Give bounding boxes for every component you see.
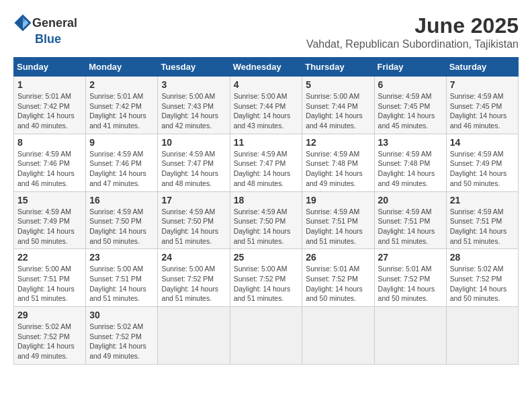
day-detail: Sunrise: 4:59 AMSunset: 7:50 PMDaylight:…: [89, 207, 154, 246]
day-detail: Sunrise: 5:00 AMSunset: 7:52 PMDaylight:…: [234, 264, 299, 304]
calendar-cell: 12Sunrise: 4:59 AMSunset: 7:48 PMDayligh…: [302, 134, 374, 191]
calendar-cell: [158, 307, 230, 365]
day-number: 1: [17, 79, 82, 90]
calendar-cell: 15Sunrise: 4:59 AMSunset: 7:49 PMDayligh…: [14, 191, 86, 249]
day-detail: Sunrise: 4:59 AMSunset: 7:49 PMDaylight:…: [450, 149, 515, 189]
calendar-cell: 5Sunrise: 5:00 AMSunset: 7:44 PMDaylight…: [302, 77, 374, 134]
day-detail: Sunrise: 5:00 AMSunset: 7:52 PMDaylight:…: [161, 264, 226, 304]
day-detail: Sunrise: 4:59 AMSunset: 7:48 PMDaylight:…: [378, 149, 443, 189]
day-number: 24: [161, 252, 226, 263]
day-detail: Sunrise: 5:00 AMSunset: 7:44 PMDaylight:…: [234, 91, 299, 131]
calendar-cell: [374, 307, 446, 365]
calendar-table: SundayMondayTuesdayWednesdayThursdayFrid…: [13, 57, 519, 365]
day-detail: Sunrise: 4:59 AMSunset: 7:51 PMDaylight:…: [306, 207, 370, 246]
day-detail: Sunrise: 4:59 AMSunset: 7:51 PMDaylight:…: [450, 207, 515, 246]
day-number: 17: [161, 195, 226, 205]
column-header-saturday: Saturday: [446, 58, 518, 77]
calendar-week-row: 15Sunrise: 4:59 AMSunset: 7:49 PMDayligh…: [14, 191, 519, 249]
day-number: 12: [306, 137, 370, 148]
calendar-cell: 20Sunrise: 4:59 AMSunset: 7:51 PMDayligh…: [374, 191, 446, 249]
day-detail: Sunrise: 4:59 AMSunset: 7:50 PMDaylight:…: [234, 207, 299, 246]
calendar-cell: 10Sunrise: 4:59 AMSunset: 7:47 PMDayligh…: [158, 134, 230, 191]
day-number: 7: [450, 79, 515, 90]
day-number: 2: [89, 79, 154, 90]
calendar-cell: 25Sunrise: 5:00 AMSunset: 7:52 PMDayligh…: [230, 249, 302, 307]
calendar-cell: 21Sunrise: 4:59 AMSunset: 7:51 PMDayligh…: [446, 191, 518, 249]
calendar-cell: 7Sunrise: 4:59 AMSunset: 7:45 PMDaylight…: [446, 77, 518, 134]
day-detail: Sunrise: 4:59 AMSunset: 7:45 PMDaylight:…: [378, 91, 443, 131]
calendar-cell: 22Sunrise: 5:00 AMSunset: 7:51 PMDayligh…: [14, 249, 86, 307]
calendar-cell: 24Sunrise: 5:00 AMSunset: 7:52 PMDayligh…: [158, 249, 230, 307]
day-number: 20: [378, 195, 443, 205]
calendar-week-row: 22Sunrise: 5:00 AMSunset: 7:51 PMDayligh…: [14, 249, 519, 307]
calendar-cell: [446, 307, 518, 365]
day-detail: Sunrise: 4:59 AMSunset: 7:50 PMDaylight:…: [161, 207, 226, 246]
calendar-cell: 14Sunrise: 4:59 AMSunset: 7:49 PMDayligh…: [446, 134, 518, 191]
calendar-cell: 3Sunrise: 5:00 AMSunset: 7:43 PMDaylight…: [158, 77, 230, 134]
day-detail: Sunrise: 4:59 AMSunset: 7:45 PMDaylight:…: [450, 91, 515, 131]
column-header-friday: Friday: [374, 58, 446, 77]
day-number: 30: [89, 310, 154, 320]
day-detail: Sunrise: 5:01 AMSunset: 7:42 PMDaylight:…: [89, 91, 154, 131]
logo-general-text: General: [32, 16, 77, 30]
calendar-cell: 18Sunrise: 4:59 AMSunset: 7:50 PMDayligh…: [230, 191, 302, 249]
logo-blue-text: Blue: [35, 32, 61, 46]
day-number: 28: [450, 252, 515, 263]
calendar-cell: 17Sunrise: 4:59 AMSunset: 7:50 PMDayligh…: [158, 191, 230, 249]
day-detail: Sunrise: 5:01 AMSunset: 7:52 PMDaylight:…: [306, 264, 370, 304]
column-header-wednesday: Wednesday: [230, 58, 302, 77]
calendar-cell: 29Sunrise: 5:02 AMSunset: 7:52 PMDayligh…: [14, 307, 86, 365]
day-number: 11: [234, 137, 299, 148]
day-detail: Sunrise: 5:00 AMSunset: 7:43 PMDaylight:…: [161, 91, 226, 131]
calendar-cell: 2Sunrise: 5:01 AMSunset: 7:42 PMDaylight…: [86, 77, 158, 134]
day-number: 13: [378, 137, 443, 148]
calendar-cell: 30Sunrise: 5:02 AMSunset: 7:52 PMDayligh…: [86, 307, 158, 365]
day-detail: Sunrise: 4:59 AMSunset: 7:51 PMDaylight:…: [378, 207, 443, 246]
calendar-cell: 28Sunrise: 5:02 AMSunset: 7:52 PMDayligh…: [446, 249, 518, 307]
calendar-cell: 26Sunrise: 5:01 AMSunset: 7:52 PMDayligh…: [302, 249, 374, 307]
day-number: 16: [89, 195, 154, 205]
day-detail: Sunrise: 5:02 AMSunset: 7:52 PMDaylight:…: [17, 322, 82, 361]
day-detail: Sunrise: 5:00 AMSunset: 7:51 PMDaylight:…: [17, 264, 82, 304]
day-number: 18: [234, 195, 299, 205]
calendar-week-row: 29Sunrise: 5:02 AMSunset: 7:52 PMDayligh…: [14, 307, 519, 365]
calendar-cell: 6Sunrise: 4:59 AMSunset: 7:45 PMDaylight…: [374, 77, 446, 134]
calendar-week-row: 8Sunrise: 4:59 AMSunset: 7:46 PMDaylight…: [14, 134, 519, 191]
day-detail: Sunrise: 4:59 AMSunset: 7:48 PMDaylight:…: [306, 149, 370, 189]
day-number: 4: [234, 79, 299, 90]
calendar-cell: 16Sunrise: 4:59 AMSunset: 7:50 PMDayligh…: [86, 191, 158, 249]
title-area: June 2025 Vahdat, Republican Subordinati…: [306, 13, 519, 50]
calendar-cell: 19Sunrise: 4:59 AMSunset: 7:51 PMDayligh…: [302, 191, 374, 249]
calendar-cell: 11Sunrise: 4:59 AMSunset: 7:47 PMDayligh…: [230, 134, 302, 191]
calendar-cell: 4Sunrise: 5:00 AMSunset: 7:44 PMDaylight…: [230, 77, 302, 134]
day-detail: Sunrise: 5:02 AMSunset: 7:52 PMDaylight:…: [89, 322, 154, 361]
day-number: 6: [378, 79, 443, 90]
day-detail: Sunrise: 4:59 AMSunset: 7:49 PMDaylight:…: [17, 207, 82, 246]
calendar-cell: 9Sunrise: 4:59 AMSunset: 7:46 PMDaylight…: [86, 134, 158, 191]
day-number: 9: [89, 137, 154, 148]
day-detail: Sunrise: 5:00 AMSunset: 7:44 PMDaylight:…: [306, 91, 370, 131]
day-number: 22: [17, 252, 82, 263]
day-detail: Sunrise: 4:59 AMSunset: 7:46 PMDaylight:…: [89, 149, 154, 189]
column-header-thursday: Thursday: [302, 58, 374, 77]
general-blue-icon: [13, 13, 32, 32]
day-detail: Sunrise: 5:01 AMSunset: 7:52 PMDaylight:…: [378, 264, 443, 304]
day-detail: Sunrise: 4:59 AMSunset: 7:46 PMDaylight:…: [17, 149, 82, 189]
calendar-cell: 13Sunrise: 4:59 AMSunset: 7:48 PMDayligh…: [374, 134, 446, 191]
day-detail: Sunrise: 4:59 AMSunset: 7:47 PMDaylight:…: [234, 149, 299, 189]
day-number: 10: [161, 137, 226, 148]
day-number: 19: [306, 195, 370, 205]
day-number: 15: [17, 195, 82, 205]
day-number: 14: [450, 137, 515, 148]
day-number: 23: [89, 252, 154, 263]
day-number: 26: [306, 252, 370, 263]
calendar-cell: [302, 307, 374, 365]
day-detail: Sunrise: 5:01 AMSunset: 7:42 PMDaylight:…: [17, 91, 82, 131]
header: General Blue June 2025 Vahdat, Republica…: [13, 13, 519, 50]
column-header-tuesday: Tuesday: [158, 58, 230, 77]
calendar-body: 1Sunrise: 5:01 AMSunset: 7:42 PMDaylight…: [14, 77, 519, 365]
day-detail: Sunrise: 5:02 AMSunset: 7:52 PMDaylight:…: [450, 264, 515, 304]
logo: General Blue: [13, 13, 77, 46]
location-title: Vahdat, Republican Subordination, Tajiki…: [306, 38, 519, 50]
day-number: 21: [450, 195, 515, 205]
